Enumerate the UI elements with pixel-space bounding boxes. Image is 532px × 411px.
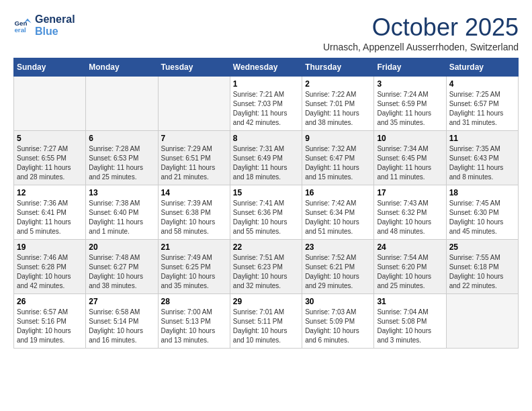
day-number: 17 [377, 188, 443, 197]
weekday-header: Friday [374, 58, 446, 77]
day-info: Sunrise: 7:49 AM Sunset: 6:25 PM Dayligh… [161, 253, 227, 291]
day-number: 10 [377, 134, 443, 143]
calendar-cell: 10Sunrise: 7:34 AM Sunset: 6:45 PM Dayli… [374, 131, 446, 185]
calendar-cell: 13Sunrise: 7:38 AM Sunset: 6:40 PM Dayli… [86, 185, 158, 240]
day-number: 13 [89, 188, 154, 197]
day-info: Sunrise: 7:27 AM Sunset: 6:55 PM Dayligh… [17, 144, 83, 182]
day-number: 5 [17, 134, 83, 143]
logo: Gen eral General Blue [13, 13, 75, 38]
calendar-cell: 17Sunrise: 7:43 AM Sunset: 6:32 PM Dayli… [374, 185, 446, 240]
day-number: 15 [233, 188, 299, 197]
weekday-header: Sunday [14, 58, 86, 77]
day-info: Sunrise: 7:35 AM Sunset: 6:43 PM Dayligh… [449, 144, 515, 182]
day-info: Sunrise: 7:25 AM Sunset: 6:57 PM Dayligh… [449, 90, 515, 128]
title-section: October 2025 Urnasch, Appenzell Ausserrh… [323, 13, 519, 52]
weekday-header: Tuesday [158, 58, 230, 77]
calendar-week-row: 1Sunrise: 7:21 AM Sunset: 7:03 PM Daylig… [14, 77, 519, 131]
day-info: Sunrise: 7:41 AM Sunset: 6:36 PM Dayligh… [233, 199, 299, 236]
calendar-cell: 21Sunrise: 7:49 AM Sunset: 6:25 PM Dayli… [158, 240, 230, 294]
calendar-week-row: 12Sunrise: 7:36 AM Sunset: 6:41 PM Dayli… [14, 185, 519, 240]
calendar-cell: 5Sunrise: 7:27 AM Sunset: 6:55 PM Daylig… [14, 131, 86, 185]
day-number: 14 [161, 188, 227, 197]
calendar-cell: 27Sunrise: 6:58 AM Sunset: 5:14 PM Dayli… [86, 294, 158, 349]
day-info: Sunrise: 7:22 AM Sunset: 7:01 PM Dayligh… [305, 90, 371, 128]
calendar-cell: 28Sunrise: 7:00 AM Sunset: 5:13 PM Dayli… [158, 294, 230, 349]
day-number: 7 [161, 134, 227, 143]
day-number: 23 [305, 242, 371, 252]
calendar-cell: 25Sunrise: 7:55 AM Sunset: 6:18 PM Dayli… [446, 240, 518, 294]
weekday-header: Monday [86, 58, 158, 77]
calendar-cell: 4Sunrise: 7:25 AM Sunset: 6:57 PM Daylig… [446, 77, 518, 131]
calendar-week-row: 19Sunrise: 7:46 AM Sunset: 6:28 PM Dayli… [14, 240, 519, 294]
day-info: Sunrise: 7:48 AM Sunset: 6:27 PM Dayligh… [89, 253, 154, 291]
calendar-cell: 16Sunrise: 7:42 AM Sunset: 6:34 PM Dayli… [302, 185, 374, 240]
calendar-cell: 15Sunrise: 7:41 AM Sunset: 6:36 PM Dayli… [230, 185, 302, 240]
day-info: Sunrise: 7:45 AM Sunset: 6:30 PM Dayligh… [449, 199, 515, 236]
calendar-week-row: 26Sunrise: 6:57 AM Sunset: 5:16 PM Dayli… [14, 294, 519, 349]
weekday-header: Wednesday [230, 58, 302, 77]
day-info: Sunrise: 7:00 AM Sunset: 5:13 PM Dayligh… [161, 308, 227, 345]
page-header: Gen eral General Blue October 2025 Urnas… [13, 13, 519, 52]
logo-subtext: Blue [35, 26, 75, 38]
day-info: Sunrise: 7:21 AM Sunset: 7:03 PM Dayligh… [233, 90, 299, 128]
calendar-cell: 6Sunrise: 7:28 AM Sunset: 6:53 PM Daylig… [86, 131, 158, 185]
calendar-cell: 14Sunrise: 7:39 AM Sunset: 6:38 PM Dayli… [158, 185, 230, 240]
day-info: Sunrise: 6:58 AM Sunset: 5:14 PM Dayligh… [89, 308, 154, 345]
svg-text:eral: eral [14, 26, 26, 34]
day-number: 25 [449, 242, 515, 252]
day-info: Sunrise: 7:29 AM Sunset: 6:51 PM Dayligh… [161, 144, 227, 182]
day-info: Sunrise: 7:52 AM Sunset: 6:21 PM Dayligh… [305, 253, 371, 291]
day-info: Sunrise: 7:31 AM Sunset: 6:49 PM Dayligh… [233, 144, 299, 182]
day-number: 2 [305, 79, 371, 89]
calendar-cell: 8Sunrise: 7:31 AM Sunset: 6:49 PM Daylig… [230, 131, 302, 185]
calendar-cell: 26Sunrise: 6:57 AM Sunset: 5:16 PM Dayli… [14, 294, 86, 349]
day-info: Sunrise: 7:39 AM Sunset: 6:38 PM Dayligh… [161, 199, 227, 236]
day-info: Sunrise: 7:24 AM Sunset: 6:59 PM Dayligh… [377, 90, 443, 128]
day-number: 4 [449, 79, 515, 89]
calendar-cell: 18Sunrise: 7:45 AM Sunset: 6:30 PM Dayli… [446, 185, 518, 240]
weekday-header: Thursday [302, 58, 374, 77]
day-info: Sunrise: 7:36 AM Sunset: 6:41 PM Dayligh… [17, 199, 83, 236]
day-info: Sunrise: 7:55 AM Sunset: 6:18 PM Dayligh… [449, 253, 515, 291]
calendar-week-row: 5Sunrise: 7:27 AM Sunset: 6:55 PM Daylig… [14, 131, 519, 185]
day-info: Sunrise: 7:01 AM Sunset: 5:11 PM Dayligh… [233, 308, 299, 345]
calendar-cell: 2Sunrise: 7:22 AM Sunset: 7:01 PM Daylig… [302, 77, 374, 131]
day-info: Sunrise: 7:51 AM Sunset: 6:23 PM Dayligh… [233, 253, 299, 291]
logo-icon: Gen eral [13, 16, 32, 35]
day-info: Sunrise: 7:38 AM Sunset: 6:40 PM Dayligh… [89, 199, 154, 236]
day-number: 16 [305, 188, 371, 197]
day-number: 28 [161, 297, 227, 306]
day-number: 24 [377, 242, 443, 252]
day-number: 12 [17, 188, 83, 197]
day-number: 30 [305, 297, 371, 306]
day-number: 6 [89, 134, 154, 143]
day-info: Sunrise: 7:28 AM Sunset: 6:53 PM Dayligh… [89, 144, 154, 182]
day-number: 3 [377, 79, 443, 89]
day-number: 19 [17, 242, 83, 252]
day-number: 21 [161, 242, 227, 252]
calendar-cell: 9Sunrise: 7:32 AM Sunset: 6:47 PM Daylig… [302, 131, 374, 185]
day-number: 1 [233, 79, 299, 89]
day-number: 26 [17, 297, 83, 306]
calendar-cell: 11Sunrise: 7:35 AM Sunset: 6:43 PM Dayli… [446, 131, 518, 185]
day-info: Sunrise: 7:43 AM Sunset: 6:32 PM Dayligh… [377, 199, 443, 236]
day-number: 18 [449, 188, 515, 197]
day-number: 31 [377, 297, 443, 306]
calendar-cell [446, 294, 518, 349]
weekday-header-row: SundayMondayTuesdayWednesdayThursdayFrid… [14, 58, 519, 77]
day-number: 9 [305, 134, 371, 143]
day-info: Sunrise: 6:57 AM Sunset: 5:16 PM Dayligh… [17, 308, 83, 345]
month-title: October 2025 [323, 13, 519, 42]
calendar-cell: 3Sunrise: 7:24 AM Sunset: 6:59 PM Daylig… [374, 77, 446, 131]
calendar-cell: 19Sunrise: 7:46 AM Sunset: 6:28 PM Dayli… [14, 240, 86, 294]
day-number: 8 [233, 134, 299, 143]
day-number: 22 [233, 242, 299, 252]
calendar-cell: 20Sunrise: 7:48 AM Sunset: 6:27 PM Dayli… [86, 240, 158, 294]
day-info: Sunrise: 7:32 AM Sunset: 6:47 PM Dayligh… [305, 144, 371, 182]
subtitle: Urnasch, Appenzell Ausserrhoden, Switzer… [323, 42, 519, 52]
calendar: SundayMondayTuesdayWednesdayThursdayFrid… [13, 58, 519, 349]
calendar-cell: 31Sunrise: 7:04 AM Sunset: 5:08 PM Dayli… [374, 294, 446, 349]
calendar-cell: 24Sunrise: 7:54 AM Sunset: 6:20 PM Dayli… [374, 240, 446, 294]
logo-text: General [35, 13, 75, 26]
day-number: 20 [89, 242, 154, 252]
